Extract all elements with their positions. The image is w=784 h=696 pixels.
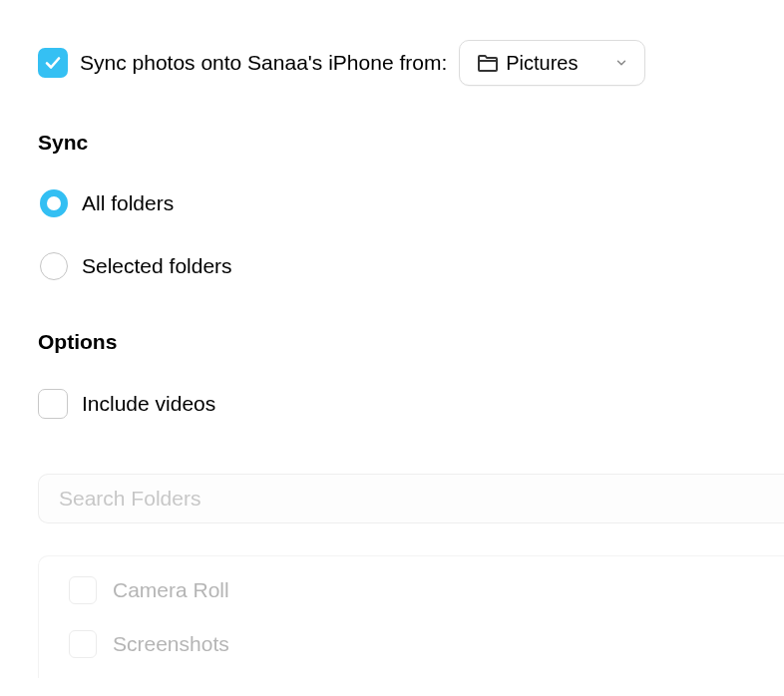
sync-section-heading: Sync: [38, 131, 784, 155]
search-folders-input[interactable]: [59, 487, 764, 511]
radio-all-folders-label: All folders: [82, 191, 174, 215]
list-item[interactable]: Camera Roll: [69, 576, 784, 604]
folder-name: Screenshots: [113, 632, 229, 656]
radio-selected-folders-label: Selected folders: [82, 254, 232, 278]
radio-selected-indicator: [40, 189, 68, 217]
include-videos-row[interactable]: Include videos: [38, 389, 784, 419]
list-item[interactable]: Screenshots: [69, 630, 784, 658]
folder-name: Camera Roll: [113, 578, 229, 602]
folder-checkbox[interactable]: [69, 630, 97, 658]
include-videos-label: Include videos: [82, 392, 215, 416]
sync-scope-radio-group: All folders Selected folders: [40, 189, 784, 280]
sync-enable-checkbox[interactable]: [38, 48, 68, 78]
radio-selected-folders[interactable]: Selected folders: [40, 252, 784, 280]
include-videos-checkbox[interactable]: [38, 389, 68, 419]
folder-checkbox[interactable]: [69, 576, 97, 604]
radio-all-folders[interactable]: All folders: [40, 189, 784, 217]
folder-list: Camera Roll Screenshots: [38, 555, 784, 678]
folder-icon: [476, 51, 500, 75]
sync-header-row: Sync photos onto Sanaa's iPhone from: Pi…: [38, 40, 784, 86]
chevron-down-icon: [614, 56, 628, 70]
search-folders-container: [38, 474, 784, 523]
sync-label: Sync photos onto Sanaa's iPhone from:: [80, 51, 447, 75]
radio-unselected-indicator: [40, 252, 68, 280]
source-select-value: Pictures: [506, 52, 578, 75]
check-icon: [44, 54, 62, 72]
source-select[interactable]: Pictures: [459, 40, 644, 86]
options-section-heading: Options: [38, 330, 784, 354]
